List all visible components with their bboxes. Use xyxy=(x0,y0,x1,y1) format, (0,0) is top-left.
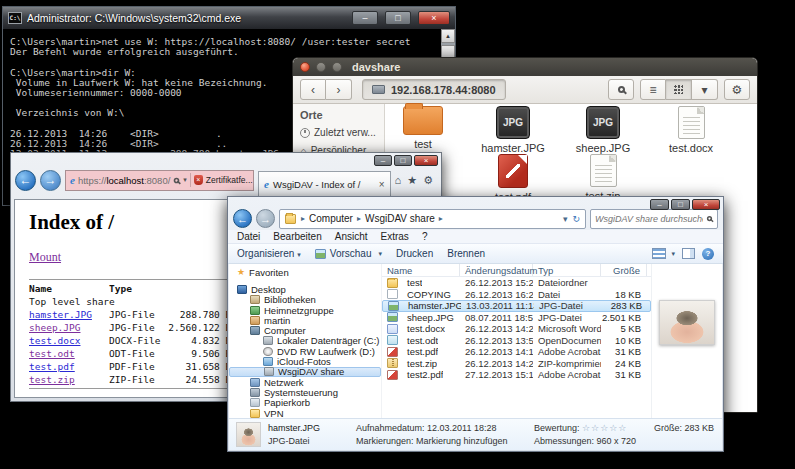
menu-extras[interactable]: Extras xyxy=(381,231,409,242)
search-box[interactable] xyxy=(590,209,718,229)
cmd-minimize-button[interactable]: – xyxy=(352,11,378,25)
cmd-titlebar[interactable]: C:\ Administrator: C:\Windows\system32\c… xyxy=(3,7,455,29)
file-row-test[interactable]: test 26.12.2013 15:21Dateiordner xyxy=(382,277,651,289)
preview-pane-toggle[interactable] xyxy=(682,248,695,259)
menu-bearbeiten[interactable]: Bearbeiten xyxy=(273,231,321,242)
search-dropdown-icon[interactable]: ▾ xyxy=(183,176,187,184)
organize-button[interactable]: Organisieren▾ xyxy=(237,248,301,259)
ie-minimize-button[interactable]: – xyxy=(374,155,392,166)
menu-ansicht[interactable]: Ansicht xyxy=(335,231,368,242)
explorer-maximize-button[interactable]: □ xyxy=(671,199,690,210)
tree-item-papierkorb[interactable]: Papierkorb xyxy=(229,398,381,408)
tools-gear-icon[interactable]: ⚙ xyxy=(423,174,433,187)
column-header-size[interactable]: Größe xyxy=(601,264,647,276)
breadcrumb-wsgidav-share[interactable]: WsgiDAV share xyxy=(365,213,435,224)
tree-item-computer[interactable]: Computer xyxy=(229,325,381,335)
list-view-button[interactable]: ≡ xyxy=(640,79,666,100)
refresh-icon[interactable]: ↻ xyxy=(572,214,580,224)
file-item-test-zip[interactable]: test.zip xyxy=(559,154,647,202)
home-icon[interactable]: ⌂ xyxy=(395,174,402,187)
file-row-copying[interactable]: COPYING 26.12.2013 16:22Datei18 KB xyxy=(382,289,651,301)
print-button[interactable]: Drucken xyxy=(396,248,433,259)
address-dropdown-icon[interactable]: ▾ xyxy=(563,214,568,224)
search-icon[interactable] xyxy=(174,177,180,183)
file-row-test-pdf[interactable]: test.pdf 26.12.2013 14:19Adobe Acrobat D… xyxy=(382,346,651,358)
sidebar-item-recent[interactable]: Zuletzt verw... xyxy=(300,127,384,138)
burn-button[interactable]: Brennen xyxy=(447,248,485,259)
menu-help[interactable]: ? xyxy=(422,231,428,242)
column-header-name[interactable]: Name xyxy=(382,264,460,276)
davshare-minimize-button[interactable] xyxy=(316,62,326,72)
file-link[interactable]: test.docx xyxy=(29,335,80,346)
file-row-hamster-jpg-selected[interactable]: hamster.JPG 13.03.2011 11:13JPG-Datei283… xyxy=(382,300,651,312)
search-input[interactable] xyxy=(595,214,703,224)
tree-item-martin[interactable]: martin xyxy=(229,315,381,325)
browser-tab[interactable]: e WsgiDAV - Index of / × xyxy=(258,171,391,196)
nav-back-button[interactable]: ‹ xyxy=(300,79,326,100)
file-row-sheep-jpg[interactable]: sheep.JPG 08.07.2011 18:52JPG-Datei2.501… xyxy=(382,312,651,324)
tree-item-heimnetzgruppe[interactable]: Heimnetzgruppe xyxy=(229,305,381,315)
certificate-error-icon[interactable]: × xyxy=(194,175,203,185)
file-row-test-zip[interactable]: test.zip 26.12.2013 14:22ZIP-komprimiert… xyxy=(382,358,651,370)
rating-stars-icon[interactable]: ☆☆☆☆☆ xyxy=(582,423,627,433)
file-item-test-folder[interactable]: test xyxy=(379,106,467,150)
browser-forward-button[interactable]: → xyxy=(40,170,61,191)
tree-item-local-disk-c[interactable]: Lokaler Datenträger (C:) xyxy=(229,336,381,346)
nav-back-button[interactable]: ← xyxy=(233,209,252,228)
file-link[interactable]: test.odt xyxy=(29,348,75,359)
file-row-test2-pdf[interactable]: test2.pdf 27.12.2013 15:10Adobe Acrobat … xyxy=(382,369,651,381)
tree-item-systemsteuerung[interactable]: Systemsteuerung xyxy=(229,387,381,397)
file-link[interactable]: test.zip xyxy=(29,374,75,385)
scroll-up-icon[interactable]: ▲ xyxy=(441,29,455,43)
tree-item-vpn[interactable]: VPN xyxy=(229,408,381,418)
tree-item-icloud-fotos[interactable]: iCloud-Fotos xyxy=(229,356,381,366)
mount-link[interactable]: Mount xyxy=(29,250,61,265)
file-row-test-odt[interactable]: test.odt 26.12.2013 13:55OpenDocument T.… xyxy=(382,335,651,347)
certificate-error-text[interactable]: Zertifikatfe... xyxy=(206,175,253,185)
preview-button[interactable]: Vorschau▾ xyxy=(315,248,382,259)
explorer-titlebar[interactable]: – □ × xyxy=(228,197,723,207)
tree-item-desktop[interactable]: Desktop xyxy=(229,284,381,294)
davshare-maximize-button[interactable] xyxy=(332,62,342,72)
file-row-test-docx[interactable]: test.docx 26.12.2013 14:26Microsoft Word… xyxy=(382,323,651,335)
breadcrumb-computer[interactable]: Computer xyxy=(309,213,353,224)
column-header-type[interactable]: Typ xyxy=(533,264,601,276)
cmd-close-button[interactable]: × xyxy=(418,11,450,25)
tree-item-netzwerk[interactable]: Netzwerk xyxy=(229,377,381,387)
search-icon[interactable] xyxy=(707,216,712,221)
ie-close-button[interactable]: × xyxy=(414,155,438,166)
browser-back-button[interactable]: ← xyxy=(15,170,36,191)
explorer-close-button[interactable]: × xyxy=(692,199,720,210)
tree-item-favoriten[interactable]: ★Favoriten xyxy=(229,267,381,277)
file-link[interactable]: hamster.JPG xyxy=(29,309,92,320)
cmd-maximize-button[interactable]: □ xyxy=(385,11,411,25)
file-link[interactable]: sheep.JPG xyxy=(29,322,80,333)
nav-forward-button[interactable]: → xyxy=(256,209,275,228)
menu-datei[interactable]: Datei xyxy=(237,231,260,242)
file-item-sheep-jpg[interactable]: JPG sheep.JPG xyxy=(559,106,647,154)
breadcrumb[interactable]: ▸ Computer ▸ WsgiDAV share ▸ ▾ ↻ xyxy=(279,209,586,229)
status-tags[interactable]: Markierungen: Markierung hinzufügen xyxy=(356,436,534,446)
address-bar[interactable]: e https://localhost:8080/ ▾ × Zertifikat… xyxy=(65,170,254,191)
help-icon[interactable]: ? xyxy=(702,248,714,260)
tab-close-icon[interactable]: × xyxy=(379,179,385,190)
grid-view-button[interactable] xyxy=(666,79,692,100)
nav-forward-button[interactable]: › xyxy=(326,79,352,100)
explorer-minimize-button[interactable]: – xyxy=(650,199,669,210)
location-breadcrumb-button[interactable]: 192.168.178.44:8080 xyxy=(362,79,506,100)
settings-button[interactable]: ⚙ xyxy=(724,79,750,100)
file-link[interactable]: test.pdf xyxy=(29,361,75,372)
view-options-button[interactable]: ▾ xyxy=(692,79,718,100)
column-header-date[interactable]: Änderungsdatum xyxy=(460,264,533,276)
ie-titlebar[interactable]: – □ × xyxy=(11,153,441,165)
tree-item-dvd-drive-d[interactable]: DVD RW Laufwerk (D:) xyxy=(229,346,381,356)
file-item-hamster-jpg[interactable]: JPG hamster.JPG xyxy=(469,106,557,154)
file-item-test-docx[interactable]: test.docx xyxy=(647,106,735,154)
tree-item-bibliotheken[interactable]: Bibliotheken xyxy=(229,295,381,305)
davshare-close-button[interactable] xyxy=(300,62,310,72)
search-button[interactable] xyxy=(608,79,634,100)
ie-maximize-button[interactable]: □ xyxy=(394,155,412,166)
davshare-titlebar[interactable]: davshare xyxy=(293,58,757,76)
change-view-button[interactable]: ▾ xyxy=(652,248,675,259)
tree-item-wsgidav-share[interactable]: WsgiDAV share xyxy=(229,367,381,377)
